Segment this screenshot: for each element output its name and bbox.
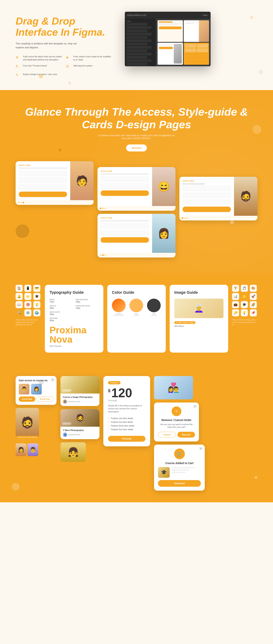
form-input-10 — [182, 200, 231, 205]
checkout-button[interactable]: Checkout — [158, 480, 201, 487]
icon-box-r4: 📊 — [232, 293, 239, 300]
layer-item — [126, 26, 152, 29]
figma-sidebar: Layers — [125, 19, 156, 66]
cart-course-info-line — [172, 472, 185, 473]
typo-heading: Heading 40px — [50, 317, 72, 322]
enroll-card-2: 🧔 Premium Y More Photography 👤 Instructo… — [60, 409, 100, 439]
icon-box-4: 🔔 — [16, 293, 22, 300]
typography-title: Typography Guide — [50, 290, 99, 295]
icon-box-r2: 🎵 — [241, 285, 248, 292]
card-label-3: GOGE LIVE ▶ — [182, 180, 231, 182]
cart-icon-row: 🛒 — [158, 448, 201, 459]
bottom-person-middle: 👧 — [60, 442, 86, 462]
close-button-cancel[interactable]: × — [193, 404, 197, 408]
cart-course-details — [172, 467, 195, 478]
form-input-2 — [19, 178, 67, 183]
access-card-3: GOGE LIVE ▶ Select Your Delivery informa… — [180, 177, 258, 220]
icons-column-right: 🏋️ 🎵 🎨 📊 🌟 🚀 💼 🎓 🌈 🔑 💡 📌 Please note tha… — [232, 285, 258, 352]
card-label-2b: GOGE LIVE ▶ — [100, 217, 149, 219]
icon-box-5: ⭐ — [24, 293, 32, 300]
feature-text-4-val: Feature four item detail — [111, 428, 133, 430]
feature-item-3: ✓Feature three item detail — [108, 424, 146, 428]
icon-box-2: 📱 — [24, 285, 32, 292]
image-guide-title: Image Guide — [174, 290, 224, 295]
form-btn-3 — [100, 237, 149, 243]
form-btn-4 — [182, 206, 231, 212]
card-inner-1: GOGE LIVE ▶ 🧑 — [16, 161, 94, 200]
feature-item-2: ✓Feature two item detail — [108, 420, 146, 424]
typo-heronote: Hero Note 18px — [50, 311, 72, 315]
image-preview: 👩‍🦳 — [174, 298, 224, 318]
orange-dec-dot-1 — [16, 224, 29, 238]
icon-box-9: 💡 — [33, 301, 40, 308]
layers-icon: ⊕ — [16, 55, 21, 60]
person-photo-tall-1: 🧑 — [70, 161, 94, 200]
feature-item-4: ☰ Well layered system — [66, 64, 113, 70]
form-btn-2 — [100, 190, 149, 196]
cancel-button[interactable]: Cancel — [158, 432, 176, 438]
icon-box-1: 🏠 — [16, 285, 22, 292]
color-guide-card: Color Guide Gradient FF6500 / FFB655 Sol… — [107, 285, 166, 352]
feature-item-2: ◈ Free custom icons ready to be modified… — [66, 55, 113, 61]
form-line-3 — [100, 220, 149, 222]
layer-item — [126, 59, 152, 62]
left-col: × Gain access to course via 👨 👩 Enroll N… — [16, 376, 56, 456]
typo-single-val: 26px — [50, 307, 72, 309]
price-amount: 120 — [111, 386, 132, 400]
figma-toolbar-label: GOGE AFRICA UI KIT — [127, 14, 146, 16]
glance-section: Glance Through The Access, Style-guide &… — [0, 90, 273, 273]
form-input-7 — [100, 230, 149, 236]
enroll-free-button[interactable]: Enroll Free — [36, 396, 54, 402]
instructor-avatar-1: 👤 — [63, 400, 67, 404]
card-inner-2b: GOGE LIVE ▶ 👩 — [98, 214, 176, 253]
typo-left: Hero 72px Single 26px Hero Note 18px Hea… — [50, 298, 72, 322]
canvas-card-2 — [184, 20, 209, 42]
form-input-4 — [100, 176, 149, 182]
icon-box-7: 📖 — [16, 301, 22, 308]
color-solid-dark: Solid #3C3C3C — [147, 298, 161, 316]
form-input-3 — [19, 184, 67, 190]
feature-item-1: ⊕ Fully vector file layers that can be s… — [16, 55, 63, 61]
decorative-dot-4 — [258, 70, 263, 74]
person-photo-tall-2: 😄 — [152, 167, 176, 206]
feature-item-1: ✓Feature one item detail — [108, 416, 146, 420]
icon-box-6: 🎓 — [33, 293, 40, 300]
typo-hero-val: 72px — [50, 300, 72, 303]
remove-button[interactable]: Remove — [178, 432, 195, 438]
color-circle-dark — [147, 298, 161, 312]
icons-desc-right: Please note that writing styles match th… — [232, 319, 258, 326]
cart-course-title-line — [172, 467, 195, 468]
small-person-1: 👩 — [16, 444, 26, 456]
typo-subheading-label: Sub Heading — [76, 298, 99, 300]
enroll-card-emoji-2: 🧔 — [76, 414, 84, 422]
cancel-btns: Cancel Remove — [158, 432, 195, 438]
layer-item — [126, 39, 152, 42]
proceed-button[interactable]: Proceed — [108, 436, 146, 442]
orange-dec-dot-3 — [230, 220, 234, 224]
check-icon-2: ✓ — [108, 421, 110, 423]
close-button-cart[interactable]: × — [199, 446, 203, 450]
font-display: Proxima Nova Book Regular — [50, 326, 99, 347]
check-icon-4: ✓ — [108, 428, 110, 430]
card-footer-2b — [98, 253, 176, 258]
person-photo-2 — [174, 44, 182, 64]
layer-item — [126, 43, 147, 46]
typo-heronote-label: Hero Note — [50, 311, 72, 313]
card-footer-1 — [16, 200, 94, 205]
figma-page-label: Page 1 — [202, 14, 208, 16]
color-label-dark: Solid — [147, 313, 161, 315]
decorative-dot-2 — [68, 82, 71, 84]
access-button[interactable]: Access — [126, 144, 147, 152]
layer-item — [126, 46, 152, 49]
icons-icon: ◈ — [66, 55, 71, 60]
feature-text-2: Free custom icons ready to be modified t… — [73, 55, 113, 61]
icon-box-r3: 🎨 — [250, 285, 257, 292]
enroll-now-button[interactable]: Enroll Now — [19, 396, 35, 402]
typo-subheading-val: 18px — [76, 300, 99, 303]
figma-mockup: GOGE AFRICA UI KIT Page 1 Layers — [125, 12, 210, 66]
layer-item — [126, 66, 152, 66]
close-button-1[interactable]: × — [51, 378, 54, 382]
enroll-card-body-1: Course a Image Photography 👤 Instructor … — [60, 394, 100, 406]
orange-dec-dot-2 — [252, 125, 261, 134]
typo-body-val: 14px — [76, 307, 99, 309]
